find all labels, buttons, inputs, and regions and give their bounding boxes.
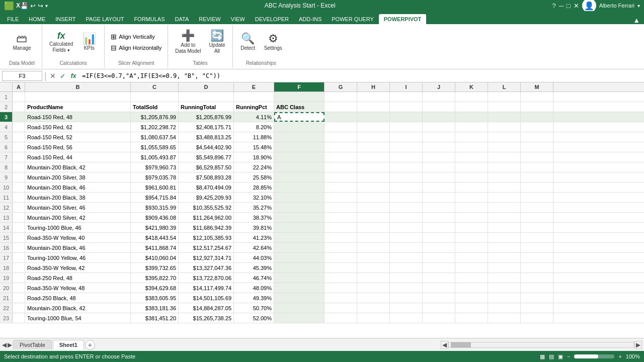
- formula-input[interactable]: [80, 71, 642, 81]
- cell-k3[interactable]: [455, 112, 488, 122]
- cell-reference-box[interactable]: [2, 71, 42, 81]
- normal-view-btn[interactable]: ▦: [540, 353, 545, 360]
- cancel-formula-btn[interactable]: ✕: [49, 72, 57, 80]
- cell-d3[interactable]: $1,205,876.99: [179, 112, 234, 122]
- kpis-button[interactable]: 📊 KPIs: [78, 32, 100, 52]
- cell-j1[interactable]: [423, 92, 455, 102]
- cell-m2[interactable]: [521, 102, 553, 112]
- cell-f1[interactable]: [274, 92, 325, 102]
- ribbon-collapse-btn[interactable]: ▲: [631, 16, 642, 24]
- cell-i1[interactable]: [390, 92, 423, 102]
- cell-a3[interactable]: [13, 112, 25, 122]
- tab-insert[interactable]: INSERT: [50, 14, 80, 24]
- row-num-4[interactable]: 4: [0, 122, 13, 132]
- tab-power-query[interactable]: POWER QUERY: [327, 14, 379, 24]
- align-vertically-button[interactable]: ⊞ Align Vertically: [109, 32, 164, 42]
- horizontal-scrollbar[interactable]: [448, 342, 634, 348]
- horizontal-scroll-right-btn[interactable]: ▶: [634, 341, 642, 349]
- cell-e1[interactable]: [234, 92, 274, 102]
- cell-k2[interactable]: [455, 102, 488, 112]
- zoom-slider[interactable]: [574, 354, 614, 358]
- cell-j3[interactable]: [423, 112, 455, 122]
- align-horizontally-button[interactable]: ⊟ Align Horizontally: [109, 43, 164, 53]
- cell-f3[interactable]: A: [274, 112, 325, 122]
- cell-m1[interactable]: [521, 92, 553, 102]
- row-num-2[interactable]: 2: [0, 102, 13, 112]
- close-btn[interactable]: ✕: [574, 2, 579, 10]
- manage-button[interactable]: 🗃 Manage: [10, 32, 34, 52]
- cell-e3[interactable]: ⊕ 4.11%: [234, 112, 274, 122]
- tab-file[interactable]: FILE: [2, 14, 24, 24]
- cell-c3[interactable]: $1,205,876.99: [131, 112, 179, 122]
- cell-b2[interactable]: ProductName: [25, 102, 131, 112]
- function-wizard-icon[interactable]: fx: [69, 72, 78, 79]
- col-header-a[interactable]: A: [13, 82, 25, 92]
- cell-l1[interactable]: [488, 92, 521, 102]
- col-header-l[interactable]: L: [488, 82, 521, 92]
- scroll-right-sheets-btn[interactable]: ▶: [8, 341, 12, 348]
- cell-i3[interactable]: [390, 112, 423, 122]
- row-num-1[interactable]: 1: [0, 92, 13, 102]
- cell-i2[interactable]: [390, 102, 423, 112]
- cell-h1[interactable]: [357, 92, 390, 102]
- scroll-left-sheets-btn[interactable]: ◀: [2, 341, 7, 348]
- add-sheet-button[interactable]: +: [85, 340, 95, 350]
- zoom-out-btn[interactable]: −: [567, 353, 570, 359]
- maximize-btn[interactable]: □: [567, 2, 571, 10]
- calculated-fields-button[interactable]: fx CalculatedFields ▾: [46, 30, 76, 54]
- cell-k1[interactable]: [455, 92, 488, 102]
- col-header-i[interactable]: I: [390, 82, 423, 92]
- cell-g3[interactable]: [325, 112, 357, 122]
- user-dropdown-icon[interactable]: ▾: [637, 3, 640, 9]
- cell-a1[interactable]: [13, 92, 25, 102]
- cell-e2[interactable]: RunningPct: [234, 102, 274, 112]
- cell-d1[interactable]: [179, 92, 234, 102]
- col-header-d[interactable]: D: [179, 82, 234, 92]
- cell-b1[interactable]: [25, 92, 131, 102]
- tab-add-ins[interactable]: ADD-INS: [294, 14, 327, 24]
- tab-formulas[interactable]: FORMULAS: [129, 14, 170, 24]
- confirm-formula-btn[interactable]: ✓: [59, 72, 67, 80]
- undo-quick-btn[interactable]: ↩: [30, 2, 36, 10]
- cell-h2[interactable]: [357, 102, 390, 112]
- cell-g2[interactable]: [325, 102, 357, 112]
- sheet-tab-sheet1[interactable]: Sheet1: [53, 340, 84, 350]
- save-quick-btn[interactable]: 💾: [20, 2, 28, 10]
- col-header-f[interactable]: F: [274, 82, 325, 92]
- minimize-btn[interactable]: ─: [559, 2, 564, 10]
- cell-l2[interactable]: [488, 102, 521, 112]
- col-header-h[interactable]: H: [357, 82, 390, 92]
- col-header-m[interactable]: M: [521, 82, 553, 92]
- tab-powerpivot[interactable]: POWERPIVOT: [379, 14, 427, 24]
- tab-review[interactable]: REVIEW: [194, 14, 225, 24]
- cell-g1[interactable]: [325, 92, 357, 102]
- tab-data[interactable]: DATA: [170, 14, 194, 24]
- col-header-c[interactable]: C: [131, 82, 179, 92]
- redo-quick-btn[interactable]: ↪: [38, 2, 43, 10]
- cell-j2[interactable]: [423, 102, 455, 112]
- cell-d2[interactable]: RunningTotal: [179, 102, 234, 112]
- cell-f2[interactable]: ABC Class: [274, 102, 325, 112]
- cell-b3[interactable]: Road-150 Red, 48: [25, 112, 131, 122]
- tab-developer[interactable]: DEVELOPER: [250, 14, 294, 24]
- settings-button[interactable]: ⚙ Settings: [261, 32, 285, 52]
- add-to-data-model-button[interactable]: ➕ Add toData Model: [172, 29, 204, 55]
- cell-h3[interactable]: [357, 112, 390, 122]
- col-header-g[interactable]: G: [325, 82, 357, 92]
- tab-view[interactable]: VIEW: [226, 14, 250, 24]
- cell-l3[interactable]: [488, 112, 521, 122]
- sheet-tab-pivottable[interactable]: PivotTable: [13, 340, 52, 349]
- horizontal-scroll-left-btn[interactable]: ◀: [441, 341, 448, 349]
- update-all-button[interactable]: 🔄 UpdateAll: [206, 29, 228, 55]
- tab-page-layout[interactable]: PAGE LAYOUT: [80, 14, 129, 24]
- page-layout-view-btn[interactable]: ▤: [549, 353, 554, 360]
- cell-c2[interactable]: TotalSold: [131, 102, 179, 112]
- cell-m3[interactable]: [521, 112, 553, 122]
- col-header-k[interactable]: K: [455, 82, 488, 92]
- page-break-view-btn[interactable]: ▣: [558, 353, 563, 360]
- cell-a2[interactable]: [13, 102, 25, 112]
- detect-button[interactable]: 🔍 Detect: [237, 32, 259, 52]
- col-header-e[interactable]: E: [234, 82, 274, 92]
- col-header-j[interactable]: J: [423, 82, 455, 92]
- cell-c1[interactable]: [131, 92, 179, 102]
